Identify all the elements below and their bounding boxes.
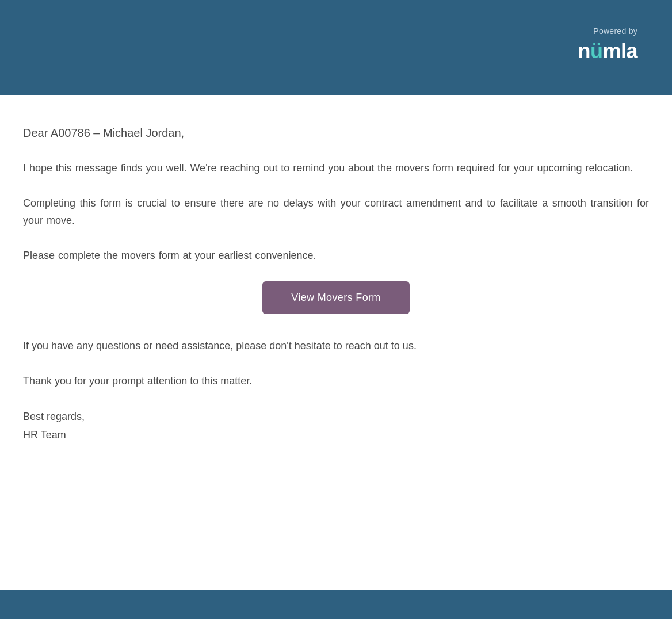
logo-text: nümla [578,39,637,63]
view-movers-form-button[interactable]: View Movers Form [262,281,409,314]
branding-container: Powered by nümla [578,26,637,63]
button-container: View Movers Form [23,281,649,314]
email-paragraph-4: If you have any questions or need assist… [23,337,649,355]
numla-logo: nümla [578,39,637,63]
email-paragraph-2: Completing this form is crucial to ensur… [23,194,649,230]
email-paragraph-1: I hope this message finds you well. We'r… [23,159,649,177]
logo-accent-teal: ü [590,39,603,63]
page-footer [0,590,672,619]
email-greeting: Dear A00786 – Michael Jordan, [23,124,649,142]
email-sign-off: Best regards, HR Team [23,407,649,445]
powered-by-label: Powered by [593,26,637,36]
page-header: Powered by nümla [0,0,672,95]
sign-off-line-1: Best regards, [23,407,649,426]
email-body: Dear A00786 – Michael Jordan, I hope thi… [0,95,672,590]
sign-off-line-2: HR Team [23,426,649,444]
email-paragraph-5: Thank you for your prompt attention to t… [23,372,649,390]
email-paragraph-3: Please complete the movers form at your … [23,247,649,265]
